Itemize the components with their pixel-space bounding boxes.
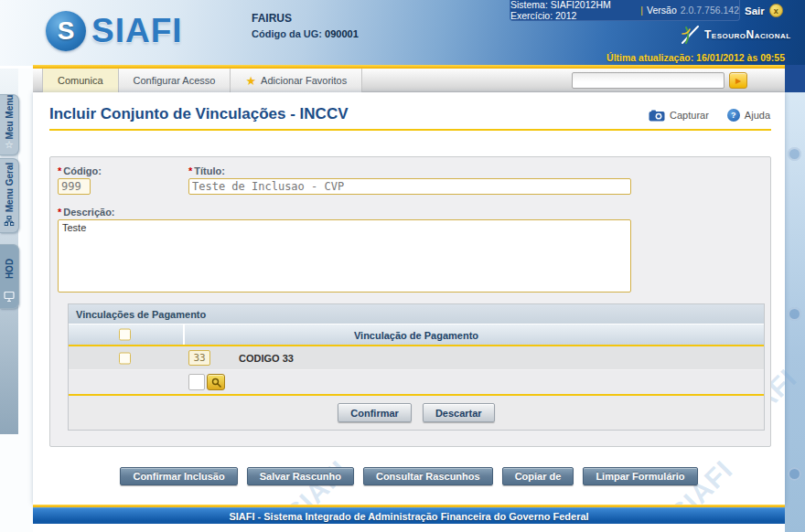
- right-edge-strip: [785, 92, 805, 532]
- table-header-row: Vinculação de Pagamento: [69, 325, 764, 346]
- table-row: CODIGO 33: [69, 346, 764, 370]
- consultar-rascunhos-button[interactable]: Consultar Rascunhos: [363, 467, 493, 485]
- sitemap-icon: [5, 214, 15, 229]
- descricao-label: *Descrição:: [58, 207, 115, 218]
- title-tools: Capturar ? Ajuda: [649, 109, 770, 122]
- tabs: Comunica Configurar Acesso ★ Adicionar F…: [42, 69, 362, 92]
- logout-button[interactable]: Sair x: [745, 4, 783, 17]
- row-checkbox[interactable]: [119, 352, 131, 364]
- app-header: S SIAFI FAIRUS Código da UG: 090001 Sist…: [0, 0, 805, 66]
- tab-label: Adicionar Favoritos: [261, 75, 347, 86]
- help-button[interactable]: ? Ajuda: [727, 109, 770, 122]
- footer-text: SIAFI - Sistema Integrado de Administraç…: [229, 511, 588, 522]
- tab-bar: Comunica Configurar Acesso ★ Adicionar F…: [33, 69, 785, 92]
- ug-value: 090001: [325, 28, 359, 39]
- strip-logo-mark: [788, 147, 801, 161]
- brand-name: TesouroNacional: [704, 28, 791, 41]
- right-edge-dark: [785, 65, 805, 92]
- confirmar-inclusao-button[interactable]: Confirmar Inclusão: [120, 467, 237, 485]
- footer-bar: SIAFI - Sistema Integrado de Administraç…: [33, 507, 785, 524]
- user-name: FAIRUS: [252, 12, 359, 25]
- form-fieldset: *Código: *Título: *Descrição: Teste Vinc…: [49, 156, 771, 447]
- form-actions: Confirmar Inclusão Salvar Rascunho Consu…: [33, 467, 785, 485]
- row-description: CODIGO 33: [239, 346, 294, 370]
- copiar-de-button[interactable]: Copiar de: [502, 467, 574, 485]
- help-icon: ?: [727, 109, 740, 122]
- magnifier-icon: [211, 378, 221, 388]
- sidebar-item-label: Menu Geral: [5, 163, 15, 212]
- version-value: 2.0.7.756.142: [681, 5, 739, 16]
- strip-logo-mark: [788, 307, 801, 321]
- column-header: Vinculação de Pagamento: [69, 325, 764, 346]
- new-code-field[interactable]: [188, 374, 205, 390]
- sidebar-item-label: HOD: [5, 258, 15, 278]
- capture-button[interactable]: Capturar: [649, 110, 709, 122]
- salvar-rascunho-button[interactable]: Salvar Rascunho: [247, 467, 354, 485]
- titulo-label: *Título:: [188, 165, 225, 176]
- system-info-box: Sistema: SIAFI2012HM Exercício: 2012| Ve…: [510, 0, 740, 21]
- table-footer: Confirmar Descartar: [69, 396, 764, 430]
- main-panel: SIAFI SIAFI SIAFI SIAFI SIAFI SIAFI SIAF…: [33, 92, 785, 505]
- tesouro-figure-icon: [679, 24, 701, 46]
- pipe-separator: |: [640, 5, 643, 16]
- sidebar-item-label: Meu Menu: [5, 94, 15, 139]
- row-code-field[interactable]: [188, 350, 210, 366]
- help-label: Ajuda: [745, 110, 770, 121]
- version-label: Versão: [647, 5, 677, 16]
- tesouro-nacional-logo: TesouroNacional: [679, 24, 791, 46]
- siafi-logo-icon: S: [46, 11, 86, 51]
- star-icon: ☆: [5, 136, 14, 151]
- search-input[interactable]: [572, 72, 724, 89]
- tab-comunica[interactable]: Comunica: [42, 69, 119, 92]
- sidebar-item-menu-geral[interactable]: Menu Geral: [0, 158, 19, 233]
- sidebar-item-meu-menu[interactable]: Meu Menu ☆: [0, 94, 19, 155]
- codigo-field[interactable]: [58, 178, 91, 195]
- camera-icon: [649, 110, 665, 122]
- required-marker: *: [188, 165, 192, 176]
- title-underline: [49, 129, 771, 131]
- search-area: ▶: [572, 72, 747, 89]
- tab-configurar-acesso[interactable]: Configurar Acesso: [119, 69, 231, 92]
- ug-label: Código da UG:: [252, 28, 322, 39]
- sidebar-item-hod[interactable]: HOD: [0, 244, 19, 309]
- star-icon: ★: [245, 74, 256, 88]
- discard-button[interactable]: Descartar: [423, 403, 495, 422]
- table-caption: Vinculações de Pagamento: [69, 304, 764, 325]
- required-marker: *: [58, 207, 61, 218]
- arrow-right-icon: ▶: [735, 77, 741, 85]
- vinculacoes-table: Vinculações de Pagamento Vinculação de P…: [68, 303, 765, 431]
- system-text: Sistema: SIAFI2012HM Exercício: 2012: [510, 0, 637, 21]
- monitor-icon: [4, 290, 15, 304]
- siafi-app: S SIAFI FAIRUS Código da UG: 090001 Sist…: [0, 0, 805, 532]
- tab-adicionar-favoritos[interactable]: ★ Adicionar Favoritos: [231, 69, 362, 92]
- siafi-logo-text: SIAFI: [91, 12, 183, 50]
- tab-label: Comunica: [58, 75, 103, 86]
- search-go-button[interactable]: ▶: [729, 72, 747, 89]
- strip-logo-mark: [788, 467, 801, 481]
- last-update: Última atualização: 16/01/2012 às 09:55: [606, 52, 785, 63]
- capture-label: Capturar: [670, 110, 709, 121]
- descricao-field[interactable]: Teste: [58, 219, 631, 293]
- new-row: [69, 370, 764, 394]
- user-block: FAIRUS Código da UG: 090001: [252, 12, 359, 39]
- limpar-formulario-button[interactable]: Limpar Formulário: [583, 467, 697, 485]
- close-icon[interactable]: x: [769, 4, 783, 17]
- titulo-field[interactable]: [188, 178, 631, 195]
- lookup-button[interactable]: [207, 374, 225, 390]
- tab-label: Configurar Acesso: [134, 75, 216, 86]
- required-marker: *: [58, 165, 61, 176]
- page-title: Incluir Conjunto de Vinculações - INCCV: [49, 105, 349, 123]
- siafi-logo: S SIAFI: [46, 11, 183, 51]
- confirm-button[interactable]: Confirmar: [338, 403, 412, 422]
- ug-line: Código da UG: 090001: [252, 28, 359, 39]
- logout-label: Sair: [745, 5, 765, 16]
- codigo-label: *Código:: [58, 165, 102, 176]
